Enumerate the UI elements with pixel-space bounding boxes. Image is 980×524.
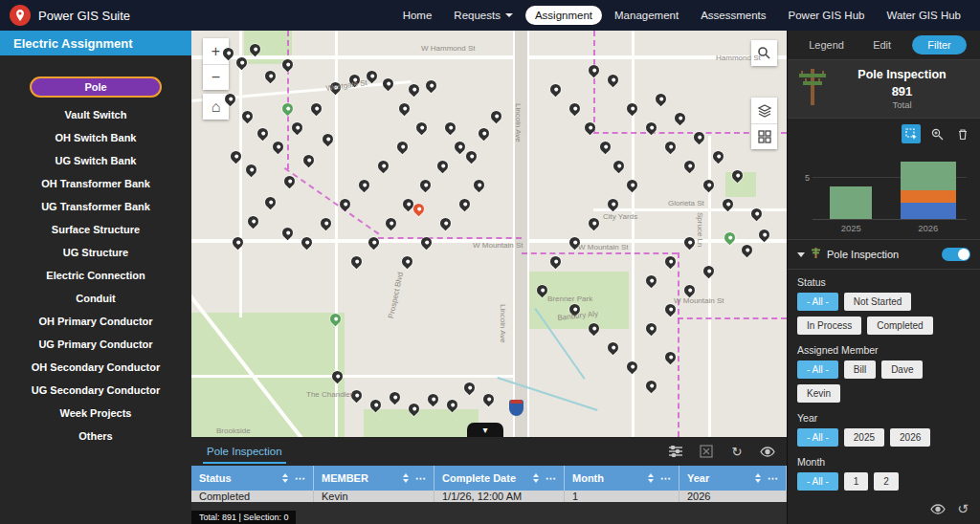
sort-icon[interactable] [533, 473, 539, 483]
nav-item-management[interactable]: Management [605, 6, 688, 25]
column-header-year[interactable]: Year⋯ [679, 466, 787, 491]
map-marker[interactable] [673, 111, 688, 126]
map-marker[interactable] [438, 216, 454, 231]
map-marker[interactable] [702, 264, 717, 279]
filter-option-assigned-member-bill[interactable]: Bill [844, 360, 876, 379]
map-marker[interactable] [462, 381, 478, 396]
map-marker[interactable] [357, 178, 372, 193]
map-marker[interactable] [231, 235, 246, 251]
basemap-button[interactable] [751, 123, 777, 149]
sidebar-item-ug-switch-bank[interactable]: UG Switch Bank [0, 149, 191, 172]
sidebar-item-conduit[interactable]: Conduit [0, 287, 191, 310]
map-marker[interactable] [384, 216, 399, 231]
map-marker[interactable] [376, 159, 391, 174]
sort-icon[interactable] [648, 473, 654, 483]
sidebar-item-pole[interactable]: Pole [0, 71, 191, 103]
map-marker[interactable] [654, 92, 669, 107]
map-marker[interactable] [271, 140, 286, 155]
column-header-member[interactable]: MEMBER⋯ [314, 466, 434, 491]
filter-option-year-all[interactable]: - All - [797, 428, 838, 447]
filter-option-status-in-process[interactable]: In Process [797, 317, 861, 335]
map-marker[interactable] [407, 82, 422, 98]
sidebar-item-ug-transformer-bank[interactable]: UG Transformer Bank [0, 195, 191, 218]
map-marker[interactable] [740, 243, 755, 258]
sidebar-item-others[interactable]: Others [0, 425, 191, 448]
map-marker[interactable] [606, 340, 621, 356]
map-canvas[interactable]: + − ⌂ ▾ W Hammond StHammond StLincoln Av… [191, 31, 787, 437]
map-marker[interactable] [397, 101, 412, 117]
map-marker[interactable] [548, 82, 564, 98]
map-marker[interactable] [644, 379, 659, 394]
map-marker[interactable] [395, 140, 411, 155]
map-marker[interactable] [453, 140, 468, 155]
panel-tab-filter[interactable]: Filter [912, 35, 966, 55]
table-options-icon[interactable] [668, 444, 683, 459]
nav-item-requests[interactable]: Requests [444, 6, 523, 25]
sort-icon[interactable] [755, 473, 761, 483]
map-marker[interactable] [682, 159, 698, 174]
sidebar-item-ug-structure[interactable]: UG Structure [0, 241, 191, 264]
map-marker[interactable] [663, 140, 679, 155]
map-marker[interactable] [598, 140, 613, 155]
filter-option-month-1[interactable]: 1 [844, 472, 869, 491]
filter-option-year-2025[interactable]: 2025 [844, 428, 884, 447]
map-marker[interactable] [349, 254, 365, 270]
nav-item-assignment[interactable]: Assignment [525, 6, 602, 25]
map-marker[interactable] [644, 321, 659, 337]
reset-filters-icon[interactable]: ↺ [957, 501, 969, 516]
map-marker[interactable] [472, 178, 487, 193]
column-menu-icon[interactable]: ⋯ [660, 472, 671, 485]
table-row[interactable]: CompletedKevin1/1/26, 12:00 AM12026 [191, 491, 787, 502]
clear-selection-icon[interactable] [699, 444, 714, 459]
layer-section-pole-inspection[interactable]: Pole Inspection [788, 239, 980, 270]
map-marker[interactable] [548, 254, 564, 270]
map-marker[interactable] [388, 390, 403, 405]
column-menu-icon[interactable]: ⋯ [415, 472, 426, 485]
nav-item-water-gis-hub[interactable]: Water GIS Hub [877, 6, 970, 25]
map-marker[interactable] [568, 101, 583, 117]
sidebar-item-week-projects[interactable]: Week Projects [0, 402, 191, 425]
map-marker[interactable] [256, 126, 271, 142]
column-header-complete-date[interactable]: Complete Date⋯ [434, 466, 565, 491]
filter-option-status-all[interactable]: - All - [797, 293, 838, 311]
sidebar-item-vault-switch[interactable]: Vault Switch [0, 103, 191, 126]
map-marker[interactable] [464, 149, 479, 164]
map-marker[interactable] [443, 120, 458, 136]
map-marker[interactable] [263, 195, 278, 210]
sidebar-item-oh-switch-bank[interactable]: OH Switch Bank [0, 126, 191, 149]
map-marker[interactable] [280, 101, 296, 117]
hide-columns-icon[interactable] [760, 444, 775, 459]
zoom-to-selection-button[interactable] [927, 124, 947, 143]
map-marker[interactable] [663, 350, 679, 365]
map-marker[interactable] [435, 159, 451, 174]
map-marker[interactable] [702, 178, 717, 193]
map-marker[interactable] [625, 360, 640, 375]
sort-icon[interactable] [282, 473, 288, 483]
map-marker[interactable] [263, 69, 278, 84]
map-marker[interactable] [301, 153, 317, 168]
map-marker[interactable] [682, 235, 698, 251]
chart-bar-segment-green[interactable] [901, 162, 956, 190]
select-features-button[interactable] [902, 124, 921, 143]
map-marker[interactable] [290, 120, 305, 136]
filter-option-year-2026[interactable]: 2026 [890, 428, 930, 447]
collapse-panel-button[interactable]: ▾ [467, 423, 503, 437]
map-marker[interactable] [587, 63, 602, 78]
filter-option-month-2[interactable]: 2 [874, 472, 899, 491]
map-marker[interactable] [418, 178, 434, 193]
map-marker[interactable] [612, 159, 627, 174]
map-marker[interactable] [426, 392, 441, 407]
visibility-icon[interactable] [930, 504, 946, 514]
map-marker[interactable] [280, 226, 296, 241]
layers-button[interactable] [751, 98, 777, 123]
map-marker[interactable] [321, 132, 336, 147]
column-menu-icon[interactable]: ⋯ [295, 472, 305, 485]
column-header-month[interactable]: Month⋯ [565, 466, 679, 491]
map-marker[interactable] [240, 109, 256, 124]
layer-visibility-toggle[interactable] [942, 248, 970, 261]
map-marker[interactable] [587, 216, 602, 231]
delete-button[interactable] [953, 124, 972, 143]
sidebar-item-electric-connection[interactable]: Electric Connection [0, 264, 191, 287]
map-marker[interactable] [682, 283, 698, 298]
map-marker[interactable] [338, 197, 353, 212]
